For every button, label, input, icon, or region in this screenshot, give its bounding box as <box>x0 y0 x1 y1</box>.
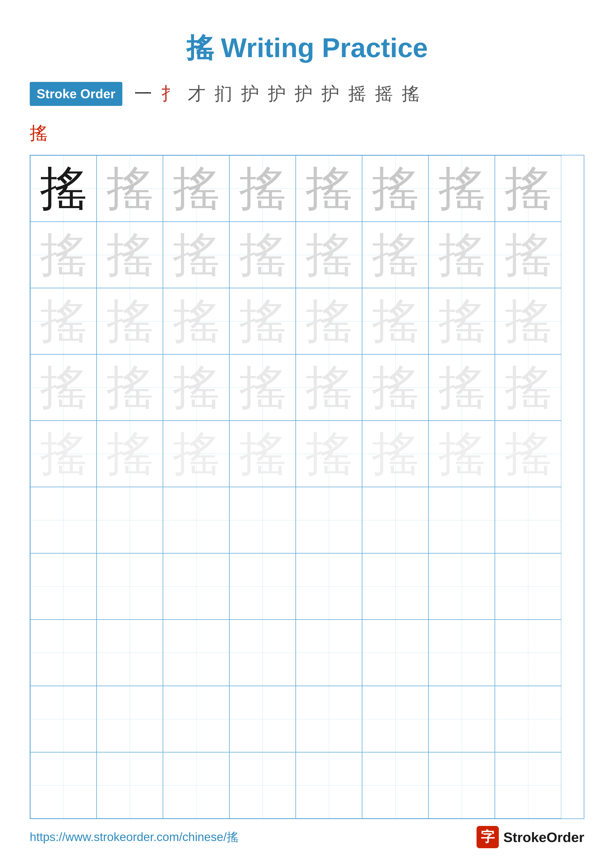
grid-cell[interactable] <box>296 487 362 553</box>
grid-cell[interactable] <box>429 487 495 553</box>
stroke-char: 扪 <box>215 81 232 106</box>
grid-cell[interactable]: 搖 <box>429 288 495 354</box>
grid-row-5: 搖 搖 搖 搖 搖 搖 搖 搖 <box>30 421 584 487</box>
stroke-order-badge: Stroke Order <box>30 82 122 106</box>
stroke-char: 搖 <box>402 81 420 106</box>
grid-cell[interactable]: 搖 <box>96 421 163 487</box>
grid-cell[interactable] <box>362 553 429 620</box>
grid-cell[interactable] <box>229 487 296 553</box>
grid-cell[interactable]: 搖 <box>163 288 229 354</box>
grid-cell[interactable]: 搖 <box>362 155 429 222</box>
grid-cell[interactable]: 搖 <box>296 288 362 354</box>
grid-cell[interactable]: 搖 <box>30 421 96 487</box>
grid-cell[interactable]: 搖 <box>429 222 495 288</box>
grid-cell[interactable] <box>362 752 429 818</box>
grid-cell[interactable]: 搖 <box>362 354 429 421</box>
grid-cell[interactable]: 搖 <box>96 354 163 421</box>
page-title: 搖 Writing Practice <box>0 0 614 81</box>
grid-cell[interactable] <box>495 620 561 686</box>
grid-cell[interactable] <box>30 487 96 553</box>
grid-cell[interactable] <box>296 620 362 686</box>
grid-cell[interactable]: 搖 <box>362 421 429 487</box>
grid-cell[interactable] <box>229 553 296 620</box>
grid-cell[interactable]: 搖 <box>163 155 229 222</box>
grid-cell[interactable]: 搖 <box>30 354 96 421</box>
grid-cell[interactable]: 搖 <box>229 288 296 354</box>
grid-cell[interactable]: 搖 <box>96 155 163 222</box>
grid-cell[interactable] <box>96 686 163 752</box>
grid-cell[interactable]: 搖 <box>362 288 429 354</box>
grid-cell[interactable] <box>429 752 495 818</box>
grid-cell[interactable] <box>296 686 362 752</box>
grid-cell[interactable]: 搖 <box>229 421 296 487</box>
grid-row-1: 搖 搖 搖 搖 搖 搖 搖 搖 <box>30 155 584 222</box>
grid-row-10 <box>30 752 584 818</box>
grid-cell[interactable] <box>362 686 429 752</box>
grid-cell[interactable]: 搖 <box>163 222 229 288</box>
grid-cell[interactable]: 搖 <box>30 222 96 288</box>
grid-cell[interactable]: 搖 <box>96 222 163 288</box>
grid-cell[interactable]: 搖 <box>495 421 561 487</box>
stroke-char: 一 <box>134 81 152 106</box>
grid-cell[interactable] <box>30 752 96 818</box>
grid-cell[interactable] <box>96 553 163 620</box>
grid-cell[interactable] <box>229 686 296 752</box>
grid-cell[interactable]: 搖 <box>30 155 96 222</box>
grid-cell[interactable]: 搖 <box>163 354 229 421</box>
grid-cell[interactable] <box>362 487 429 553</box>
grid-cell[interactable]: 搖 <box>229 155 296 222</box>
grid-cell[interactable]: 搖 <box>296 155 362 222</box>
grid-cell[interactable]: 搖 <box>495 354 561 421</box>
stroke-order-section: Stroke Order 一 扌 才 扪 护 护 护 护 摇 摇 搖 <box>0 81 614 121</box>
grid-cell[interactable] <box>30 620 96 686</box>
grid-cell[interactable] <box>163 487 229 553</box>
grid-cell[interactable] <box>495 553 561 620</box>
grid-cell[interactable] <box>429 620 495 686</box>
grid-cell[interactable]: 搖 <box>229 354 296 421</box>
grid-cell[interactable]: 搖 <box>229 222 296 288</box>
practice-grid[interactable]: 搖 搖 搖 搖 搖 搖 搖 搖 搖 搖 搖 搖 搖 搖 搖 搖 搖 搖 搖 搖 … <box>30 155 584 819</box>
grid-cell[interactable] <box>30 553 96 620</box>
grid-cell[interactable]: 搖 <box>495 155 561 222</box>
stroke-order-last-char: 搖 <box>0 121 614 145</box>
grid-cell[interactable] <box>296 752 362 818</box>
grid-cell[interactable] <box>362 620 429 686</box>
grid-cell[interactable] <box>429 686 495 752</box>
grid-cell[interactable] <box>163 752 229 818</box>
grid-cell[interactable]: 搖 <box>296 222 362 288</box>
grid-cell[interactable]: 搖 <box>296 354 362 421</box>
grid-cell[interactable] <box>163 686 229 752</box>
grid-cell[interactable] <box>96 487 163 553</box>
grid-cell[interactable] <box>96 620 163 686</box>
grid-cell[interactable] <box>296 553 362 620</box>
grid-cell[interactable]: 搖 <box>495 222 561 288</box>
grid-cell[interactable] <box>495 487 561 553</box>
stroke-char: 扌 <box>161 81 179 106</box>
grid-cell[interactable] <box>495 752 561 818</box>
grid-cell[interactable]: 搖 <box>429 421 495 487</box>
grid-cell[interactable] <box>495 686 561 752</box>
footer-logo: 字 StrokeOrder <box>477 826 584 848</box>
footer-url[interactable]: https://www.strokeorder.com/chinese/搖 <box>30 829 238 845</box>
grid-cell[interactable] <box>229 620 296 686</box>
grid-cell[interactable]: 搖 <box>30 288 96 354</box>
grid-row-4: 搖 搖 搖 搖 搖 搖 搖 搖 <box>30 354 584 421</box>
grid-cell[interactable]: 搖 <box>429 354 495 421</box>
grid-cell[interactable] <box>163 553 229 620</box>
grid-cell[interactable]: 搖 <box>163 421 229 487</box>
stroke-char: 护 <box>268 81 286 106</box>
grid-cell[interactable] <box>96 752 163 818</box>
grid-cell[interactable] <box>429 553 495 620</box>
grid-cell[interactable] <box>163 620 229 686</box>
grid-cell[interactable]: 搖 <box>429 155 495 222</box>
grid-cell[interactable]: 搖 <box>495 288 561 354</box>
grid-cell[interactable]: 搖 <box>296 421 362 487</box>
stroke-char: 才 <box>188 81 205 106</box>
grid-cell[interactable] <box>229 752 296 818</box>
grid-cell[interactable] <box>30 686 96 752</box>
stroke-char: 护 <box>322 81 339 106</box>
stroke-char: 护 <box>241 81 259 106</box>
grid-cell[interactable]: 搖 <box>96 288 163 354</box>
grid-row-2: 搖 搖 搖 搖 搖 搖 搖 搖 <box>30 222 584 288</box>
grid-cell[interactable]: 搖 <box>362 222 429 288</box>
